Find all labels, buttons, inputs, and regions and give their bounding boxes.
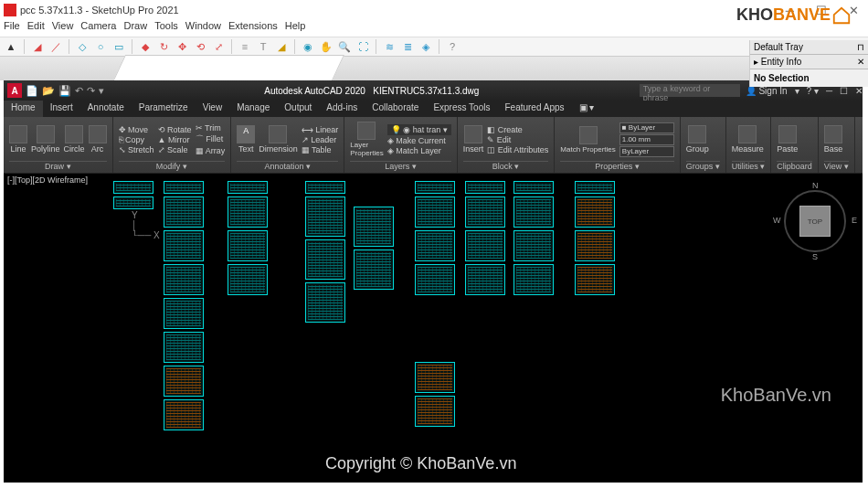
tab-insert[interactable]: Insert (43, 101, 80, 117)
drawing-sheet[interactable] (228, 181, 268, 194)
rotate-button[interactable]: ⟲ Rotate (158, 125, 192, 134)
drawing-sheet[interactable] (415, 181, 455, 194)
drawing-sheet[interactable] (113, 181, 153, 194)
drawing-sheet[interactable] (164, 298, 204, 329)
help-search-input[interactable]: Type a keyword or phrase (640, 84, 740, 97)
acad-close-button[interactable]: ✕ (855, 86, 863, 96)
drawing-sheet[interactable] (465, 181, 505, 194)
drawing-sheet[interactable] (575, 196, 615, 228)
drawing-sheet[interactable] (415, 196, 455, 228)
drawing-sheet[interactable] (354, 249, 394, 290)
drawing-sheet[interactable] (305, 239, 345, 280)
drawing-sheet[interactable] (164, 332, 204, 363)
menu-view[interactable]: View (52, 20, 74, 37)
tab-collaborate[interactable]: Collaborate (365, 101, 426, 117)
drawing-sheet[interactable] (513, 264, 554, 295)
tape-tool-icon[interactable]: ≡ (238, 39, 252, 54)
tab-home[interactable]: Home (4, 101, 43, 117)
layer-dropdown[interactable]: 💡 ◉ hat tran ▾ (387, 124, 451, 135)
entity-info-header[interactable]: ▸ Entity Info✕ (750, 55, 868, 69)
scale-button[interactable]: ⤢ Scale (158, 145, 192, 154)
linear-button[interactable]: ⟷ Linear (302, 125, 339, 134)
autocad-app-icon[interactable]: A (7, 83, 22, 98)
qat-undo-icon[interactable]: ↶ (75, 85, 83, 97)
help-icon[interactable]: ? (445, 39, 460, 54)
section-tool-icon[interactable]: ≋ (382, 39, 397, 54)
trim-button[interactable]: ✂ Trim (196, 123, 226, 133)
acad-maximize-button[interactable]: ☐ (840, 86, 848, 96)
tab-parametrize[interactable]: Parametrize (132, 101, 196, 117)
match-layer-button[interactable]: ◈ Match Layer (387, 146, 451, 155)
rotate-tool-icon[interactable]: ⟲ (193, 39, 207, 54)
viewcube-face[interactable]: TOP (799, 206, 831, 237)
insert-button[interactable]: Insert (463, 125, 484, 154)
drawing-sheet[interactable] (164, 230, 204, 261)
qat-save-icon[interactable]: 💾 (58, 85, 71, 97)
styles-tool-icon[interactable]: ◈ (418, 39, 433, 54)
tab-featuredapps[interactable]: Featured Apps (497, 101, 571, 117)
edit-attr-button[interactable]: ◫ Edit Attributes (487, 145, 548, 154)
line-tool-icon[interactable]: ／ (48, 39, 63, 54)
tab-output[interactable]: Output (277, 101, 319, 117)
orbit-tool-icon[interactable]: ◉ (301, 39, 315, 54)
drawing-sheet[interactable] (164, 181, 204, 194)
qat-redo-icon[interactable]: ↷ (87, 85, 95, 97)
paint-tool-icon[interactable]: ◢ (274, 39, 289, 54)
app-menu-icon[interactable]: ▾ (795, 86, 799, 96)
drawing-sheet[interactable] (465, 230, 505, 261)
zoom-extents-icon[interactable]: ⛶ (355, 39, 370, 54)
paste-button[interactable]: Paste (777, 125, 798, 154)
text-button[interactable]: AText (237, 125, 255, 154)
drawing-sheet[interactable] (415, 264, 455, 295)
drawing-sheet[interactable] (305, 196, 345, 237)
qat-new-icon[interactable]: 📄 (26, 85, 38, 97)
match-properties-button[interactable]: Match Properties (560, 126, 615, 154)
drawing-sheet[interactable] (575, 264, 615, 295)
drawing-sheet[interactable] (415, 362, 455, 393)
create-button[interactable]: ◧ Create (487, 125, 548, 134)
leader-button[interactable]: ↗ Leader (302, 135, 339, 144)
make-current-button[interactable]: ◈ Make Current (387, 136, 451, 145)
drawing-sheet[interactable] (228, 196, 268, 228)
arc-button[interactable]: Arc (89, 125, 107, 154)
tab-annotate[interactable]: Annotate (80, 101, 132, 117)
drawing-sheet[interactable] (513, 230, 554, 261)
ribbon-collapse-icon[interactable]: ▣ ▾ (572, 101, 602, 117)
tab-manage[interactable]: Manage (229, 101, 277, 117)
signin-button[interactable]: 👤 Sign In (746, 86, 788, 96)
tab-addins[interactable]: Add-ins (319, 101, 365, 117)
viewport-label[interactable]: [-][Top][2D Wireframe] (7, 175, 88, 185)
eraser-tool-icon[interactable]: ◢ (30, 39, 45, 54)
dimension-button[interactable]: Dimension (259, 125, 298, 154)
pushpull-tool-icon[interactable]: ◆ (138, 39, 153, 54)
edit-button[interactable]: ✎ Edit (487, 135, 548, 144)
lineweight-dropdown[interactable]: 1.00 mm (619, 134, 674, 145)
menu-window[interactable]: Window (185, 20, 221, 37)
drawing-sheet[interactable] (513, 196, 554, 228)
layers-tool-icon[interactable]: ≣ (400, 39, 415, 54)
drawing-sheet[interactable] (164, 196, 204, 228)
circle-tool-icon[interactable]: ○ (93, 39, 108, 54)
group-button[interactable]: Group (686, 125, 709, 154)
drawing-sheet[interactable] (465, 196, 505, 228)
acad-minimize-button[interactable]: ─ (826, 86, 832, 96)
drawing-sheet[interactable] (164, 399, 204, 430)
qat-open-icon[interactable]: 📂 (42, 85, 55, 97)
drawing-sheet[interactable] (164, 264, 204, 295)
drawing-sheet[interactable] (305, 282, 345, 323)
drawing-sheet[interactable] (228, 230, 268, 261)
drawing-sheet[interactable] (228, 264, 268, 295)
offset-tool-icon[interactable]: ↻ (156, 39, 171, 54)
menu-extensions[interactable]: Extensions (228, 20, 278, 37)
copy-button[interactable]: ⎘ Copy (119, 135, 154, 144)
fillet-button[interactable]: ⌒ Fillet (196, 133, 226, 145)
base-button[interactable]: Base (824, 125, 843, 154)
menu-file[interactable]: File (4, 20, 20, 37)
drawing-sheet[interactable] (354, 207, 394, 247)
polygon-tool-icon[interactable]: ▭ (111, 39, 126, 54)
tray-title[interactable]: Default Tray⊓ (750, 40, 868, 55)
drawing-sheet[interactable] (415, 396, 455, 427)
drawing-sheet[interactable] (575, 181, 615, 194)
menu-camera[interactable]: Camera (80, 20, 116, 37)
sketchup-viewport[interactable] (0, 57, 868, 80)
